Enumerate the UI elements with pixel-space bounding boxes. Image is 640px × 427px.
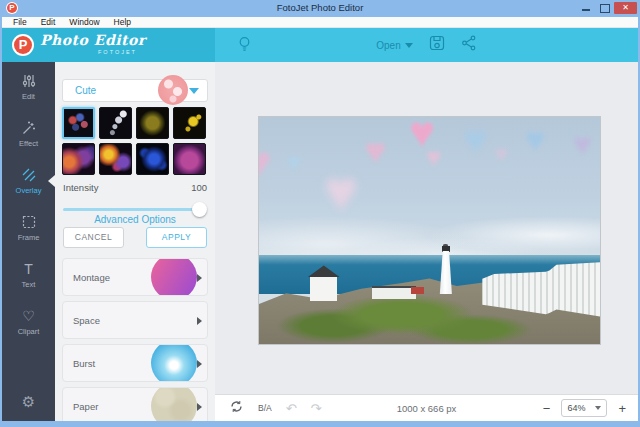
heart-outline-icon: ♡ bbox=[22, 308, 35, 324]
intensity-value: 100 bbox=[191, 182, 207, 193]
heart-bokeh bbox=[286, 149, 301, 175]
heart-bokeh bbox=[494, 142, 508, 166]
heart-bokeh bbox=[573, 128, 592, 160]
zoom-in-button[interactable]: + bbox=[618, 402, 626, 415]
chevron-right-icon bbox=[197, 360, 202, 368]
category-row-montage[interactable]: Montage bbox=[62, 258, 208, 296]
frame-icon bbox=[21, 214, 37, 230]
paper-preview bbox=[151, 387, 197, 421]
zoom-out-button[interactable]: − bbox=[543, 402, 551, 415]
maximize-button[interactable] bbox=[596, 2, 612, 14]
tool-sidebar: Edit Effect Overlay Frame T Text ♡ Clip bbox=[2, 62, 55, 421]
heart-bokeh bbox=[464, 119, 488, 159]
overlay-stripes-icon bbox=[21, 167, 37, 183]
category-row-paper[interactable]: Paper bbox=[62, 387, 208, 421]
sidebar-item-clipart[interactable]: ♡ Clipart bbox=[2, 299, 55, 344]
sidebar-item-frame[interactable]: Frame bbox=[2, 205, 55, 250]
menu-window[interactable]: Window bbox=[62, 17, 106, 27]
overlay-thumbnail-1[interactable] bbox=[62, 107, 95, 139]
overlay-panel: Cute Intensity 100 Advanced Options CANC… bbox=[55, 62, 215, 421]
heart-bokeh bbox=[426, 144, 441, 170]
overlay-thumbnail-5[interactable] bbox=[62, 143, 95, 175]
photo-red-roof bbox=[411, 287, 425, 294]
share-icon[interactable] bbox=[461, 35, 477, 55]
overlay-category-list: Montage Space Burst Paper bbox=[62, 258, 208, 421]
overlay-thumbnail-2[interactable] bbox=[99, 107, 132, 139]
photo-shed bbox=[372, 286, 416, 298]
menu-edit[interactable]: Edit bbox=[34, 17, 63, 27]
overlay-thumbnail-grid bbox=[62, 107, 208, 175]
heart-bokeh bbox=[525, 122, 545, 156]
selected-category: Cute bbox=[75, 85, 96, 96]
category-preview-thumb bbox=[158, 75, 188, 105]
chevron-right-icon bbox=[197, 403, 202, 411]
zoom-level-select[interactable]: 64% bbox=[561, 399, 607, 417]
photo-preview bbox=[258, 116, 601, 345]
burst-preview bbox=[151, 344, 197, 382]
chevron-down-icon bbox=[595, 406, 601, 410]
fotojet-logo-icon: P bbox=[12, 34, 34, 56]
sidebar-item-effect[interactable]: Effect bbox=[2, 111, 55, 156]
app-header: P Photo Editor FOTOJET Open bbox=[2, 28, 638, 62]
window-title: FotoJet Photo Editor bbox=[0, 2, 640, 13]
chevron-down-icon bbox=[189, 88, 199, 94]
app-window: FotoJet Photo Editor File Edit Window He… bbox=[0, 0, 640, 427]
menu-file[interactable]: File bbox=[6, 17, 34, 27]
brand-name: Photo Editor bbox=[40, 32, 146, 48]
space-preview bbox=[151, 301, 197, 339]
apply-button[interactable]: APPLY bbox=[146, 227, 207, 248]
overlay-category-select[interactable]: Cute bbox=[62, 79, 208, 102]
montage-preview bbox=[151, 258, 197, 296]
menu-bar: File Edit Window Help bbox=[2, 17, 638, 28]
sliders-icon bbox=[21, 73, 37, 89]
sidebar-item-edit[interactable]: Edit bbox=[2, 64, 55, 109]
settings-gear-icon[interactable]: ⚙ bbox=[2, 393, 55, 411]
overlay-thumbnail-3[interactable] bbox=[136, 107, 169, 139]
heart-bokeh bbox=[324, 162, 358, 220]
brand-area: P Photo Editor FOTOJET bbox=[2, 28, 215, 62]
brand-subtitle: FOTOJET bbox=[98, 49, 137, 55]
top-toolbar: Open bbox=[215, 28, 638, 62]
chevron-right-icon bbox=[197, 274, 202, 282]
chevron-right-icon bbox=[197, 317, 202, 325]
advanced-options-link[interactable]: Advanced Options bbox=[55, 214, 215, 225]
zoom-value: 64% bbox=[567, 403, 589, 413]
slider-track[interactable] bbox=[63, 208, 207, 211]
minimize-button[interactable] bbox=[578, 2, 594, 14]
photo-house bbox=[310, 276, 337, 301]
chevron-down-icon bbox=[405, 43, 413, 48]
photo-lighthouse bbox=[437, 244, 455, 294]
tips-lightbulb-icon[interactable] bbox=[237, 36, 252, 57]
menu-help[interactable]: Help bbox=[107, 17, 138, 27]
category-row-burst[interactable]: Burst bbox=[62, 344, 208, 382]
heart-bokeh bbox=[365, 133, 386, 169]
status-bar: B/A ↶ ↷ 1000 x 666 px − 64% + bbox=[215, 394, 638, 421]
title-bar: FotoJet Photo Editor bbox=[0, 0, 640, 17]
sidebar-item-overlay[interactable]: Overlay bbox=[2, 158, 55, 203]
category-row-space[interactable]: Space bbox=[62, 301, 208, 339]
editor-canvas bbox=[215, 62, 638, 394]
overlay-thumbnail-6[interactable] bbox=[99, 143, 132, 175]
save-icon[interactable] bbox=[429, 35, 445, 55]
text-icon: T bbox=[24, 261, 33, 277]
magic-wand-icon bbox=[21, 120, 37, 136]
overlay-thumbnail-7[interactable] bbox=[136, 143, 169, 175]
close-button[interactable] bbox=[614, 2, 637, 14]
cancel-button[interactable]: CANCEL bbox=[63, 227, 124, 248]
open-dropdown[interactable]: Open bbox=[376, 40, 412, 51]
overlay-thumbnail-8[interactable] bbox=[173, 143, 206, 175]
sidebar-item-text[interactable]: T Text bbox=[2, 252, 55, 297]
intensity-label: Intensity bbox=[63, 182, 98, 193]
overlay-thumbnail-4[interactable] bbox=[173, 107, 206, 139]
heart-bokeh bbox=[258, 140, 272, 184]
